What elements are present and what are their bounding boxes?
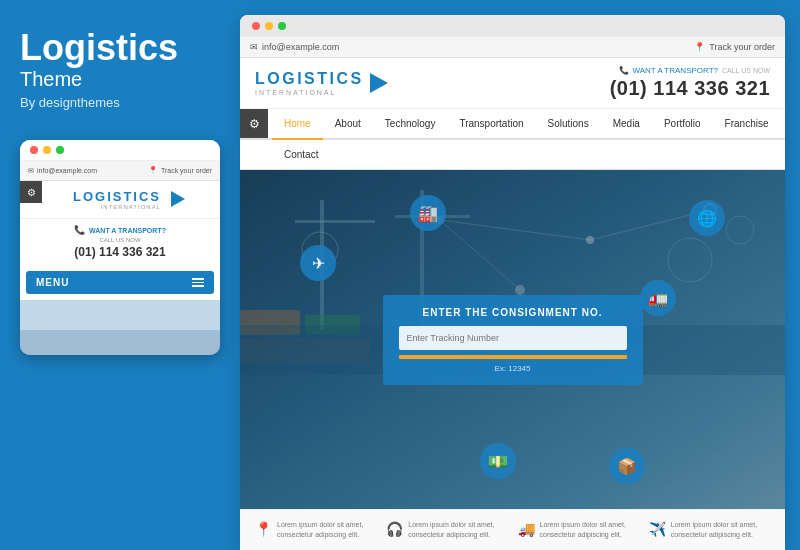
tracking-input[interactable] [399,326,627,350]
svg-rect-0 [20,300,220,355]
tracking-form: ENTER THE CONSIGNMENT NO. Ex: 12345 [383,295,643,385]
feature-icon-1: 🎧 [386,521,402,537]
feature-icon-3: ✈️ [649,521,665,537]
feature-item-3: ✈️ Lorem ipsum dolor sit amet, consectet… [649,520,770,540]
email-icon: ✉ [28,167,34,175]
hero-icon-plane: ✈ [300,245,336,281]
browser-dot-green [278,22,286,30]
browser-logo: LOGISTICS International [255,70,388,96]
feature-bar: 📍 Lorem ipsum dolor sit amet, consectetu… [240,509,785,550]
browser-phone-number: (01) 114 336 321 [610,77,770,100]
browser-topbar: ✉ info@example.com 📍 Track your order [240,37,785,58]
browser-topbar-right: 📍 Track your order [694,42,775,52]
hero-icon-globe: 🌐 [689,200,725,236]
nav-item-media[interactable]: Media [601,109,652,138]
mobile-email: info@example.com [37,167,97,174]
browser-track: Track your order [709,42,775,52]
dot-red [30,146,38,154]
browser-email-icon: ✉ [250,42,258,52]
mobile-logo-intl: International [100,204,161,210]
mobile-topbar: ✉ info@example.com 📍 Track your order [20,161,220,181]
dot-green [56,146,64,154]
mobile-logo-arrow [171,191,185,207]
tracking-example: Ex: 12345 [399,364,627,373]
mobile-menu-label: MENU [36,277,69,288]
feature-text-0: Lorem ipsum dolor sit amet, consectetur … [277,520,376,540]
theme-info: Logistics Theme By designthemes [20,30,215,110]
mobile-want-transport: WANT A TRANSPORT? [89,227,166,234]
pin-icon: 📍 [148,166,158,175]
mobile-gear-icon: ⚙ [20,181,42,203]
mobile-menu-button[interactable]: MENU [26,271,214,294]
nav-item-portfolio[interactable]: Portfolio [652,109,713,138]
browser-hero: 🏭 ✈ 🚛 🌐 💵 📦 ENTER THE CONSIGNMENT NO. Ex… [240,170,785,509]
tracking-form-title: ENTER THE CONSIGNMENT NO. [399,307,627,318]
mobile-track: Track your order [161,167,212,174]
svg-rect-3 [20,335,220,355]
hamburger-icon [192,278,204,287]
browser-header: LOGISTICS International 📞 WANT A TRANSPO… [240,58,785,109]
svg-rect-2 [52,320,60,345]
feature-item-0: 📍 Lorem ipsum dolor sit amet, consectetu… [255,520,376,540]
theme-by: By designthemes [20,95,215,110]
nav-item-transportation[interactable]: Transportation [447,109,535,138]
browser-dot-red [252,22,260,30]
nav-item-contact[interactable]: Contact [272,140,770,169]
mobile-call-us: CALL US NOW [99,237,140,243]
browser-topbar-left: ✉ info@example.com [250,42,339,52]
browser-want-transport: 📞 WANT A TRANSPORT? CALL US NOW [619,66,771,75]
nav-item-franchise[interactable]: Franchise [713,109,781,138]
nav-item-about[interactable]: About [323,109,373,138]
mobile-topbar-right: 📍 Track your order [148,166,212,175]
mobile-logo-text: LOGISTICS [73,189,161,204]
mobile-phone-num: (01) 114 336 321 [74,245,165,259]
feature-item-2: 🚚 Lorem ipsum dolor sit amet, consectetu… [518,520,639,540]
browser-nav-row2: Contact [240,140,785,170]
feature-text-2: Lorem ipsum dolor sit amet, consectetur … [540,520,639,540]
feature-text-1: Lorem ipsum dolor sit amet, consectetur … [408,520,507,540]
feature-icon-0: 📍 [255,521,271,537]
tracking-progress-bar [399,355,627,359]
browser-contact: 📞 WANT A TRANSPORT? CALL US NOW (01) 114… [610,66,770,100]
mobile-hero-image [20,300,220,355]
browser-nav: ⚙ Home About Technology Transportation S… [240,109,785,140]
hero-icon-warehouse: 🏭 [410,195,446,231]
browser-phone-icon: 📞 [619,66,629,75]
svg-rect-1 [40,325,48,345]
nav-item-home[interactable]: Home [272,109,323,140]
feature-text-3: Lorem ipsum dolor sit amet, consectetur … [671,520,770,540]
mobile-titlebar [20,140,220,161]
nav-item-solutions[interactable]: Solutions [536,109,601,138]
nav-item-technology[interactable]: Technology [373,109,448,138]
mobile-phone-icon: 📞 [74,225,85,235]
hero-icon-truck: 🚛 [640,280,676,316]
theme-subtitle: Theme [20,68,215,91]
mobile-logo-area: ⚙ LOGISTICS International [20,181,220,219]
browser-email: info@example.com [262,42,339,52]
feature-item-1: 🎧 Lorem ipsum dolor sit amet, consectetu… [386,520,507,540]
browser-logo-intl: International [255,89,364,96]
nav-item-branches[interactable]: Branches [781,109,785,138]
nav-gear-icon: ⚙ [240,109,268,138]
browser-pin-icon: 📍 [694,42,705,52]
feature-icon-2: 🚚 [518,521,534,537]
browser-dot-yellow [265,22,273,30]
mobile-topbar-left: ✉ info@example.com [28,167,97,175]
theme-title: Logistics [20,30,215,66]
mobile-preview-card: ✉ info@example.com 📍 Track your order ⚙ … [20,140,220,355]
browser-titlebar [240,15,785,37]
right-panel: ✉ info@example.com 📍 Track your order LO… [240,15,785,550]
dot-yellow [43,146,51,154]
mobile-contact-area: 📞 WANT A TRANSPORT? CALL US NOW (01) 114… [20,219,220,265]
browser-logo-arrow [370,73,388,93]
left-panel: Logistics Theme By designthemes ✉ info@e… [0,0,235,550]
browser-logo-text: LOGISTICS [255,70,364,88]
